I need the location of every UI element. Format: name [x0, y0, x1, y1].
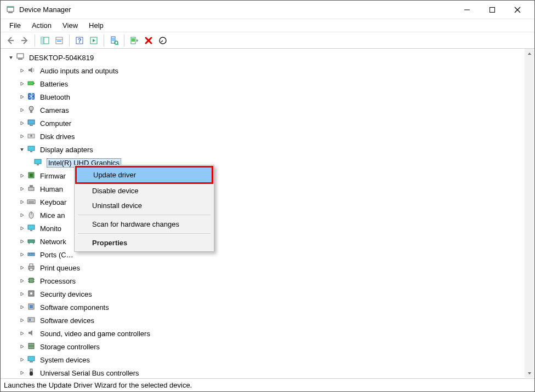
menu-help[interactable]: Help: [84, 20, 108, 31]
svg-rect-74: [30, 369, 32, 372]
back-button[interactable]: [4, 34, 17, 47]
expander-closed-icon[interactable]: [18, 185, 26, 193]
update-driver-button[interactable]: [128, 34, 141, 47]
help-button[interactable]: ?: [73, 34, 86, 47]
svg-rect-40: [29, 187, 34, 191]
category-storage[interactable]: Storage controllers: [5, 340, 530, 353]
expander-closed-icon[interactable]: [18, 356, 26, 364]
close-button[interactable]: [505, 1, 530, 19]
expander-closed-icon[interactable]: [18, 251, 26, 258]
display-icon: [27, 145, 37, 154]
expander-closed-icon[interactable]: [18, 330, 26, 337]
svg-point-33: [30, 135, 32, 137]
window-title: Device Manager: [19, 5, 71, 14]
svg-rect-59: [29, 278, 33, 283]
category-display-adapters[interactable]: Display adapters: [5, 143, 530, 156]
expander-closed-icon[interactable]: [18, 67, 26, 74]
expander-closed-icon[interactable]: [18, 303, 26, 311]
properties-button[interactable]: [53, 34, 66, 47]
category-system[interactable]: System devices: [5, 353, 530, 366]
expander-closed-icon[interactable]: [18, 264, 26, 272]
ctx-scan-hardware[interactable]: Scan for hardware changes: [76, 217, 213, 232]
expander-closed-icon[interactable]: [18, 198, 26, 206]
disable-button[interactable]: [156, 34, 169, 47]
svg-line-19: [117, 44, 118, 45]
expander-closed-icon[interactable]: [18, 277, 26, 285]
swcomp-icon: [27, 302, 37, 312]
category-software-devices[interactable]: Software devices: [5, 314, 530, 327]
menu-file[interactable]: File: [5, 20, 25, 31]
status-bar: Launches the Update Driver Wizard for th…: [1, 378, 534, 391]
menu-action[interactable]: Action: [27, 20, 56, 31]
expander-closed-icon[interactable]: [18, 290, 26, 298]
category-computer[interactable]: Computer: [5, 117, 530, 130]
menu-view[interactable]: View: [58, 20, 82, 31]
scan-hardware-button[interactable]: [107, 34, 121, 47]
expander-closed-icon[interactable]: [18, 316, 26, 324]
network-icon: [27, 237, 37, 246]
usb-icon: [27, 368, 37, 378]
expander-closed-icon[interactable]: [18, 93, 26, 101]
svg-rect-26: [33, 83, 35, 84]
svg-rect-67: [30, 305, 33, 308]
category-label: Cameras: [40, 106, 69, 114]
expander-closed-icon[interactable]: [18, 224, 26, 232]
category-software-components[interactable]: Software components: [5, 301, 530, 314]
ctx-update-driver[interactable]: Update driver: [75, 166, 213, 184]
ctx-disable-device[interactable]: Disable device: [76, 183, 213, 198]
disk-icon: [27, 131, 37, 141]
expander-closed-icon[interactable]: [18, 106, 26, 114]
ctx-uninstall-device[interactable]: Uninstall device: [76, 198, 213, 213]
storage-icon: [27, 342, 37, 351]
category-label: Processors: [40, 277, 76, 285]
svg-rect-29: [30, 111, 32, 113]
show-hide-tree-button[interactable]: [38, 34, 52, 47]
expander-closed-icon[interactable]: [18, 119, 26, 127]
category-print-queues[interactable]: Print queues: [5, 261, 530, 274]
scroll-up-icon[interactable]: [525, 49, 534, 58]
category-label: Disk drives: [40, 132, 75, 141]
maximize-button[interactable]: [480, 1, 505, 19]
expander-closed-icon[interactable]: [18, 343, 26, 350]
category-security[interactable]: Security devices: [5, 287, 530, 301]
svg-rect-21: [132, 38, 135, 42]
cpu-icon: [27, 276, 37, 286]
svg-rect-4: [490, 7, 495, 12]
tree-root[interactable]: DESKTOP-504K819: [5, 51, 530, 64]
expander-closed-icon[interactable]: [18, 211, 26, 219]
svg-rect-23: [17, 54, 24, 58]
svg-rect-25: [28, 82, 33, 85]
category-processors[interactable]: Processors: [5, 274, 530, 287]
category-label: Computer: [40, 119, 71, 128]
category-label: Batteries: [40, 80, 68, 88]
expander-closed-icon[interactable]: [18, 80, 26, 88]
scroll-down-icon[interactable]: [525, 368, 534, 378]
minimize-button[interactable]: [454, 1, 480, 19]
category-usb[interactable]: Universal Serial Bus controllers: [5, 366, 530, 378]
action-button[interactable]: [87, 34, 100, 47]
uninstall-button[interactable]: [142, 34, 155, 47]
swdev-icon: [27, 315, 37, 325]
category-bluetooth[interactable]: Bluetooth: [5, 90, 530, 103]
forward-button[interactable]: [18, 34, 31, 47]
category-audio[interactable]: Audio inputs and outputs: [5, 64, 530, 77]
expander-closed-icon[interactable]: [18, 369, 26, 377]
category-label: Network: [40, 238, 66, 246]
category-cameras[interactable]: Cameras: [5, 103, 530, 117]
expander-open-icon[interactable]: [7, 54, 15, 61]
ctx-properties[interactable]: Properties: [76, 235, 213, 250]
category-batteries[interactable]: Batteries: [5, 77, 530, 90]
svg-rect-58: [30, 268, 33, 270]
printer-icon: [27, 263, 37, 273]
vertical-scrollbar[interactable]: [525, 49, 534, 378]
category-label: Bluetooth: [40, 93, 70, 101]
category-disk-drives[interactable]: Disk drives: [5, 130, 530, 143]
expander-open-icon[interactable]: [18, 146, 26, 153]
svg-point-55: [32, 253, 33, 255]
mouse-icon: [27, 210, 37, 220]
expander-closed-icon[interactable]: [18, 172, 26, 180]
expander-closed-icon[interactable]: [18, 132, 26, 140]
expander-closed-icon[interactable]: [18, 238, 26, 245]
context-menu: Update driver Disable device Uninstall d…: [74, 165, 214, 252]
category-sound[interactable]: Sound, video and game controllers: [5, 327, 530, 340]
